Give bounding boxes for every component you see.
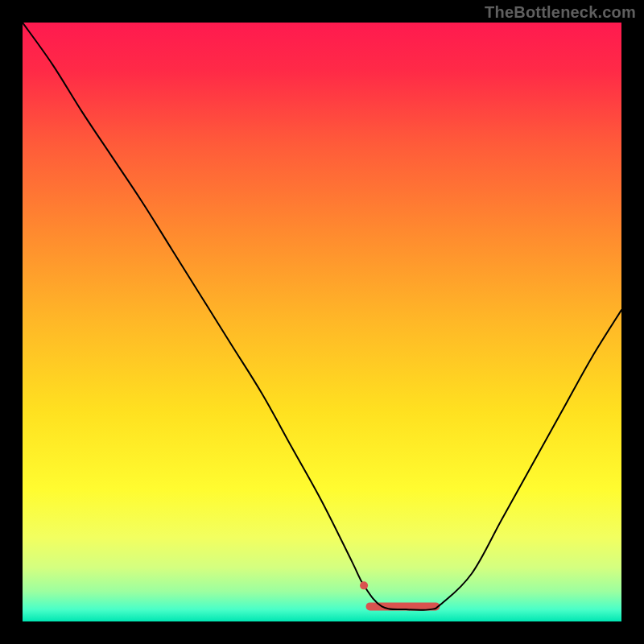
marker-dot (360, 581, 368, 589)
curve-layer (23, 23, 621, 621)
watermark-text: TheBottleneck.com (485, 3, 636, 22)
plot-area (23, 23, 621, 621)
chart-container: TheBottleneck.com (0, 0, 644, 644)
bottleneck-curve (23, 23, 621, 610)
